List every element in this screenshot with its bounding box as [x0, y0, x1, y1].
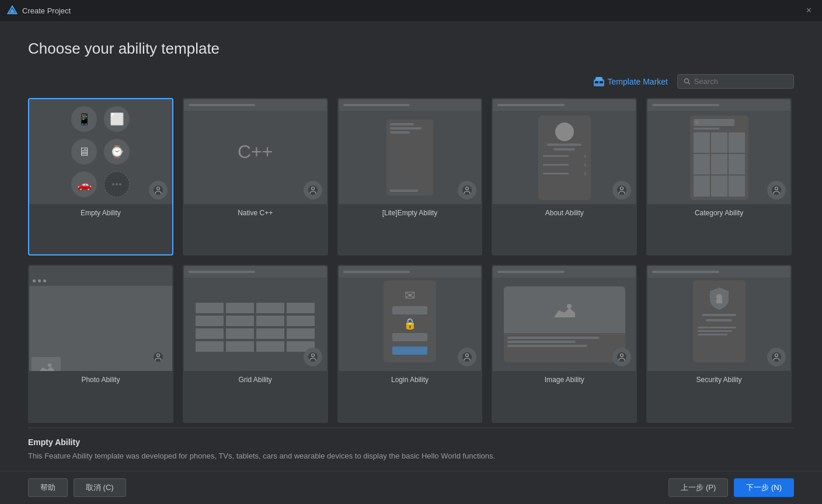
dot-2	[38, 279, 41, 282]
page-title: Choose your ability template	[28, 40, 794, 58]
desc-title: Empty Ability	[28, 438, 794, 447]
badge-icon-3	[458, 181, 476, 200]
svg-point-24	[48, 363, 51, 367]
login-bar-2	[392, 333, 427, 341]
header-line-7	[189, 271, 255, 273]
desc-text: This Feature Ability template was develo…	[28, 450, 794, 462]
cat-cell-7	[694, 176, 710, 196]
mock-header-3	[339, 99, 482, 111]
card-label-category: Category Ability	[692, 204, 746, 218]
market-icon	[594, 77, 604, 86]
avatar	[555, 123, 574, 141]
template-card-grid[interactable]: Grid Ability	[183, 265, 328, 422]
cat-cell-4	[694, 154, 710, 174]
close-button[interactable]: ×	[803, 4, 815, 17]
svg-rect-38	[716, 299, 722, 303]
badge-icon-10	[767, 348, 786, 366]
card-label-login: Login Ability	[389, 371, 431, 385]
photo-lines	[504, 333, 625, 351]
svg-point-37	[716, 294, 722, 300]
tablet-icon: ⬜	[104, 106, 130, 132]
grid-wrapper: 📱 ⬜ 🖥 ⌚ 🚗	[28, 98, 794, 471]
template-card-empty-ability[interactable]: 📱 ⬜ 🖥 ⌚ 🚗	[28, 98, 173, 256]
login-mock: ✉ 🔒	[384, 281, 436, 362]
shield-icon	[709, 286, 730, 311]
template-market-button[interactable]: Template Market	[594, 77, 668, 86]
browser-bar	[29, 275, 172, 286]
about-row-3: ›	[543, 170, 586, 177]
title-bar-left: Create Project	[7, 5, 71, 16]
more-icon	[104, 172, 130, 197]
card-preview-security	[647, 266, 790, 371]
search-input[interactable]	[694, 77, 788, 86]
header-line-5	[652, 104, 719, 106]
svg-rect-5	[600, 81, 603, 83]
templates-grid: 📱 ⬜ 🖥 ⌚ 🚗	[28, 98, 794, 428]
phone-icon: 📱	[71, 106, 97, 132]
template-card-category[interactable]: Category Ability	[646, 98, 792, 256]
template-card-security[interactable]: Security Ability	[646, 265, 792, 422]
badge-icon-4	[612, 181, 631, 200]
cat-cell-5	[711, 154, 727, 174]
svg-point-6	[684, 79, 688, 83]
card-preview-about: › › ›	[493, 99, 636, 204]
login-bar-1	[392, 306, 427, 314]
card-preview-image	[493, 266, 636, 371]
search-icon	[684, 78, 691, 85]
badge-icon-8	[458, 348, 476, 366]
mock-header-10	[647, 266, 790, 278]
template-card-native-cpp[interactable]: C++ Native C++	[183, 98, 328, 256]
photo-line-1	[507, 337, 599, 339]
header-line-4	[497, 104, 564, 106]
footer-right: 上一步 (P) 下一步 (N)	[668, 478, 794, 497]
main-content: Choose your ability template Template Ma…	[0, 21, 822, 471]
template-card-login[interactable]: ✉ 🔒 Login Ability	[337, 265, 483, 422]
sec-lines	[698, 327, 741, 335]
card-preview-native-cpp: C++	[184, 99, 327, 204]
about-line-2	[553, 148, 575, 150]
badge-icon-7	[304, 348, 322, 366]
next-button[interactable]: 下一步 (N)	[734, 478, 794, 497]
svg-point-8	[112, 183, 114, 186]
watch-icon: ⌚	[104, 139, 130, 164]
toolbar: Template Market	[28, 74, 794, 89]
badge-icon-2	[304, 181, 322, 200]
dot-3	[43, 279, 46, 282]
template-card-image[interactable]: Image Ability	[492, 265, 637, 422]
device-grid: 📱 ⬜ 🖥 ⌚ 🚗	[62, 99, 139, 204]
card-label-security: Security Ability	[694, 371, 744, 385]
about-line-1	[547, 144, 581, 146]
card-label-image: Image Ability	[542, 371, 587, 385]
photo-header	[504, 286, 625, 333]
submit-bar	[392, 346, 427, 355]
envelope-icon: ✉	[405, 288, 415, 303]
prev-button[interactable]: 上一步 (P)	[668, 478, 728, 497]
svg-rect-3	[595, 77, 602, 80]
security-mock	[693, 281, 746, 362]
help-button[interactable]: 帮助	[28, 478, 68, 497]
card-preview-lite-empty	[339, 99, 482, 204]
cat-cell-8	[711, 176, 727, 196]
cancel-button[interactable]: 取消 (C)	[74, 478, 126, 497]
about-row-1: ›	[543, 153, 586, 159]
template-card-lite-empty[interactable]: [Lite]Empty Ability	[337, 98, 483, 256]
dot-1	[33, 279, 36, 282]
mock-header-7	[184, 266, 327, 278]
sec-small-1	[698, 327, 737, 328]
car-icon: 🚗	[71, 172, 97, 197]
description-area: Empty Ability This Feature Ability templ…	[28, 428, 794, 471]
template-card-about[interactable]: › › ›	[492, 98, 637, 256]
template-card-photo[interactable]: Photo Ability	[28, 265, 173, 422]
about-mock: › › ›	[538, 116, 591, 200]
sec-line-2	[706, 319, 732, 321]
mock-header-8	[339, 266, 482, 278]
badge-icon-5	[767, 181, 786, 200]
header-line-9	[497, 271, 564, 273]
header-line-3	[343, 104, 410, 106]
svg-point-10	[119, 183, 121, 186]
svg-rect-4	[595, 81, 598, 83]
arrow-2: ›	[584, 162, 586, 168]
cat-cell-1	[694, 132, 710, 153]
card-preview-category	[647, 99, 790, 204]
cat-cell-3	[729, 132, 745, 153]
